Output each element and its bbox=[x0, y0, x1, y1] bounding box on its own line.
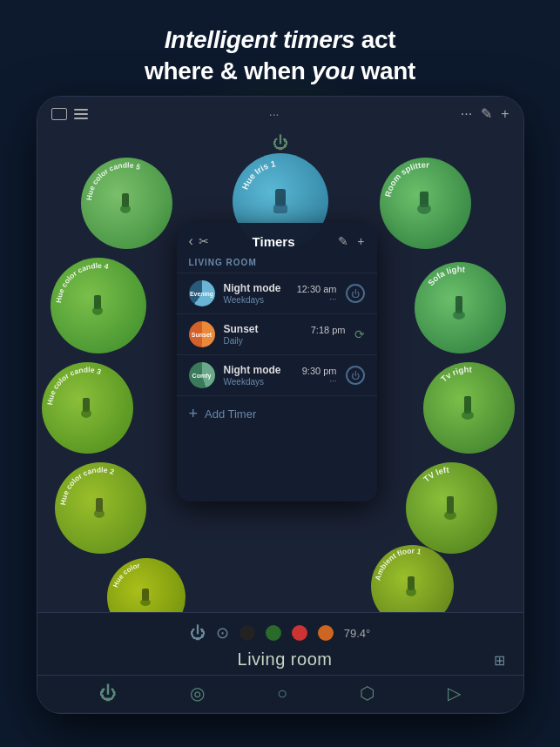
light-circle-hue4[interactable]: Hue color candle 4 bbox=[51, 258, 146, 353]
timer-time-area-sunset: 7:18 pm bbox=[311, 325, 346, 345]
nav-home-icon[interactable]: ◎ bbox=[190, 683, 205, 703]
heading-bold: Intelligent timers bbox=[165, 26, 355, 53]
timer-name-evening: Night mode bbox=[224, 282, 288, 294]
topbar-dots: ··· bbox=[269, 107, 280, 121]
heading-area: Intelligent timers act where & when you … bbox=[0, 0, 560, 102]
timer-freq-evening: Weekdays bbox=[224, 295, 288, 305]
timer-avatar-evening: Evening bbox=[189, 280, 215, 306]
add-timer-plus-icon: + bbox=[189, 405, 199, 423]
svg-text:Ambient floor 1: Ambient floor 1 bbox=[373, 546, 422, 581]
color-dot-orange[interactable] bbox=[318, 625, 334, 641]
light-circle-hue2[interactable]: Hue color candle 2 bbox=[55, 462, 146, 554]
bottom-controls: ⏻ ⊙ 79.4° bbox=[37, 620, 523, 646]
svg-text:Hue color candle 2: Hue color candle 2 bbox=[58, 465, 116, 505]
room-splitter-label-svg: Room splitter bbox=[380, 158, 471, 249]
add-timer-label: Add Timer bbox=[205, 407, 256, 421]
device-frame: ··· ··· ✎ + ⏻ Hue Iris 1 bbox=[37, 96, 524, 714]
nav-power-icon[interactable]: ⏻ bbox=[99, 683, 117, 703]
light-circle-hue5[interactable]: Hue color candle 5 bbox=[81, 158, 172, 249]
tv-right-label-svg: Tv right bbox=[423, 362, 515, 454]
timer-item-sunset[interactable]: Sunset Sunset Daily 7:18 pm ⟳ bbox=[177, 313, 377, 354]
grid-icon[interactable]: ⊞ bbox=[494, 652, 505, 669]
topbar-actions: ··· ✎ + bbox=[461, 105, 509, 122]
timers-edit-button[interactable]: ✎ bbox=[338, 234, 348, 248]
svg-text:Room splitter: Room splitter bbox=[382, 159, 429, 198]
menu-icon[interactable] bbox=[74, 109, 88, 119]
timer-time-area-evening: 12:30 am ··· bbox=[297, 284, 337, 304]
timer-name-comfy: Night mode bbox=[224, 364, 293, 376]
topbar-edit-icon[interactable]: ✎ bbox=[481, 105, 492, 122]
timer-avatar-sunset: Sunset bbox=[189, 321, 215, 347]
timer-time-area-comfy: 9:30 pm ··· bbox=[302, 366, 337, 386]
timer-freq-sunset: Daily bbox=[224, 336, 302, 346]
nav-hex-icon[interactable]: ⬡ bbox=[360, 683, 374, 703]
power-center-icon: ⏻ bbox=[273, 134, 288, 152]
timers-header: ‹ ✂ Timers ✎ + bbox=[177, 223, 377, 254]
timers-back-button[interactable]: ‹ bbox=[189, 233, 193, 249]
sidebar-toggle-icon[interactable] bbox=[51, 108, 67, 120]
timers-add-button[interactable]: + bbox=[357, 234, 364, 248]
topbar-more-dots[interactable]: ··· bbox=[461, 106, 472, 122]
timer-name-sunset: Sunset bbox=[224, 323, 302, 335]
timers-title: Timers bbox=[214, 234, 333, 249]
timers-actions: ✎ + bbox=[338, 234, 364, 248]
nav-circle-icon[interactable]: ○ bbox=[277, 683, 287, 703]
svg-text:Hue color candle 3: Hue color candle 3 bbox=[45, 365, 103, 405]
timers-panel-footer-space bbox=[177, 432, 377, 501]
timer-time-sunset: 7:18 pm bbox=[311, 325, 346, 335]
timer-avatar-comfy: Comfy bbox=[189, 362, 215, 388]
light-circle-tv-left[interactable]: TV left bbox=[406, 462, 497, 554]
bottom-navigation: ⏻ ◎ ○ ⬡ ▷ bbox=[37, 675, 523, 707]
bottom-power-icon[interactable]: ⏻ bbox=[190, 624, 206, 643]
timer-status-sunset bbox=[311, 335, 346, 345]
timer-info-sunset: Sunset Daily bbox=[224, 323, 302, 346]
timer-item-comfy[interactable]: Comfy Night mode Weekdays 9:30 pm ··· ⏻ bbox=[177, 354, 377, 395]
timer-toggle-comfy[interactable]: ⏻ bbox=[346, 366, 365, 385]
light-circle-hue3[interactable]: Hue color candle 3 bbox=[42, 362, 133, 454]
topbar-plus-icon[interactable]: + bbox=[501, 106, 509, 122]
color-dot-dark[interactable] bbox=[240, 625, 255, 641]
device-content: ⏻ Hue Iris 1 bbox=[37, 127, 523, 712]
timers-panel: ‹ ✂ Timers ✎ + LIVING ROOM Evening Night… bbox=[177, 223, 377, 501]
timer-time-evening: 12:30 am bbox=[297, 284, 337, 294]
timer-status-evening: ··· bbox=[297, 294, 337, 304]
timer-toggle-evening[interactable]: ⏻ bbox=[346, 284, 365, 303]
hue4-label-svg: Hue color candle 4 bbox=[51, 258, 146, 353]
sofa-label-svg: Sofa light bbox=[415, 262, 506, 353]
svg-text:Hue color candle 4: Hue color candle 4 bbox=[54, 261, 110, 304]
hue3-label-svg: Hue color candle 3 bbox=[42, 362, 133, 454]
timers-scissors-icon: ✂ bbox=[199, 234, 209, 248]
timer-sync-icon-sunset[interactable]: ⟳ bbox=[354, 327, 365, 341]
svg-text:Hue Iris 1: Hue Iris 1 bbox=[240, 158, 276, 191]
hue2-label-svg: Hue color candle 2 bbox=[55, 462, 146, 554]
svg-text:Sofa light: Sofa light bbox=[425, 264, 466, 287]
svg-text:Hue color: Hue color bbox=[111, 562, 140, 589]
color-dot-green[interactable] bbox=[266, 625, 281, 641]
bottom-bar: ⏻ ⊙ 79.4° Living room ⊞ ⏻ ◎ ○ ⬡ ▷ bbox=[37, 612, 523, 712]
nav-play-icon[interactable]: ▷ bbox=[448, 683, 461, 703]
color-dot-red[interactable] bbox=[292, 625, 307, 641]
heading-text: Intelligent timers act where & when you … bbox=[35, 24, 525, 88]
timer-item-evening[interactable]: Evening Night mode Weekdays 12:30 am ···… bbox=[177, 273, 377, 313]
temperature-label: 79.4° bbox=[344, 627, 371, 640]
svg-text:Hue color candle 5: Hue color candle 5 bbox=[84, 160, 142, 200]
bottom-timer-icon[interactable]: ⊙ bbox=[216, 623, 229, 643]
light-circle-tv-right[interactable]: Tv right bbox=[423, 362, 515, 454]
timer-info-comfy: Night mode Weekdays bbox=[224, 364, 293, 387]
timer-time-comfy: 9:30 pm bbox=[302, 366, 337, 376]
light-circle-room-splitter[interactable]: Room splitter bbox=[380, 158, 471, 249]
timer-info-evening: Night mode Weekdays bbox=[224, 282, 288, 305]
timer-freq-comfy: Weekdays bbox=[224, 377, 293, 387]
topbar-left bbox=[51, 108, 88, 120]
add-timer-row[interactable]: + Add Timer bbox=[177, 395, 377, 432]
room-row: Living room ⊞ bbox=[37, 646, 523, 675]
timers-section-label: LIVING ROOM bbox=[177, 254, 377, 273]
tv-left-label-svg: TV left bbox=[406, 462, 497, 554]
svg-text:TV left: TV left bbox=[421, 465, 449, 484]
room-name-label: Living room bbox=[238, 646, 333, 675]
svg-text:Tv right: Tv right bbox=[438, 364, 472, 383]
light-circle-sofa[interactable]: Sofa light bbox=[415, 262, 506, 353]
hue5-label-svg: Hue color candle 5 bbox=[81, 158, 172, 249]
timer-status-comfy: ··· bbox=[302, 376, 337, 386]
